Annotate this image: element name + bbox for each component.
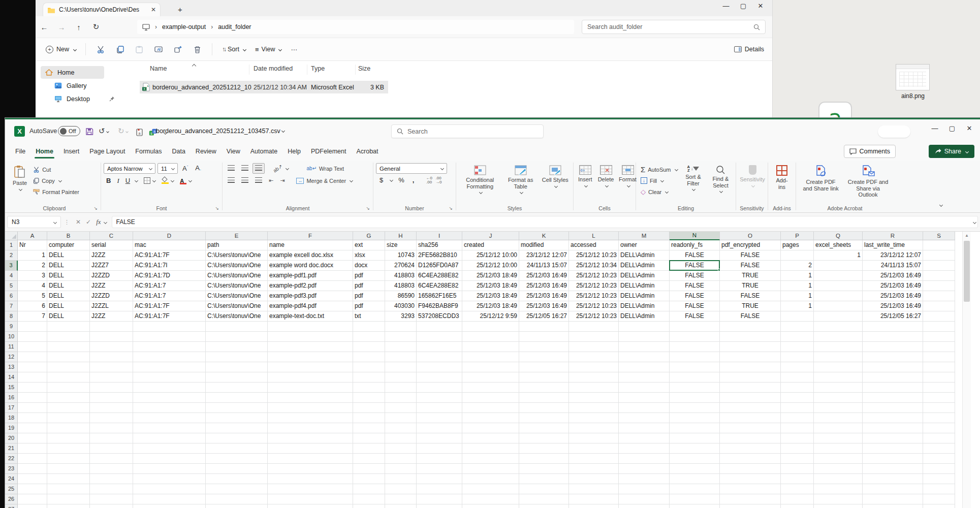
cell-F16[interactable] — [268, 393, 353, 403]
cell-G14[interactable] — [353, 372, 385, 383]
copy-button[interactable] — [110, 45, 130, 53]
row-header-17[interactable]: 17 — [5, 403, 18, 413]
cell-G5[interactable]: pdf — [353, 281, 385, 291]
cell-J17[interactable] — [462, 403, 519, 413]
cell-C18[interactable] — [90, 413, 133, 423]
cell-J24[interactable] — [462, 474, 519, 484]
row-header-14[interactable]: 14 — [5, 372, 18, 383]
cell-Q14[interactable] — [814, 372, 863, 383]
conditional-formatting-button[interactable]: Conditional Formatting — [459, 163, 501, 204]
cell-A12[interactable] — [18, 352, 47, 362]
cell-R23[interactable] — [863, 464, 923, 474]
cell-E16[interactable] — [206, 393, 268, 403]
cell-J3[interactable]: 25/12/12 10:00 — [462, 261, 519, 271]
cell-F24[interactable] — [268, 474, 353, 484]
cell-I26[interactable] — [417, 494, 462, 504]
cell-G1[interactable]: ext — [353, 240, 385, 250]
cell-Q27[interactable] — [814, 504, 863, 508]
cell-F3[interactable]: example word doc.docx — [268, 261, 353, 271]
cell-P25[interactable] — [781, 484, 814, 494]
cell-K9[interactable] — [519, 322, 569, 332]
cell-L15[interactable] — [569, 383, 619, 393]
column-header-D[interactable]: D — [133, 232, 206, 240]
cell-I7[interactable]: F9462BAB8F9 — [417, 301, 462, 311]
sort-filter-button[interactable]: AZ↓ Sort & Filter — [680, 163, 706, 204]
cell-D16[interactable] — [133, 393, 206, 403]
divider[interactable] — [307, 65, 307, 75]
cell-L14[interactable] — [569, 372, 619, 383]
cell-S16[interactable] — [923, 393, 955, 403]
cell-G22[interactable] — [353, 454, 385, 464]
details-toggle-button[interactable]: Details — [734, 46, 764, 53]
up-icon[interactable]: ↑ — [70, 23, 87, 31]
cell-E23[interactable] — [206, 464, 268, 474]
row-header-23[interactable]: 23 — [5, 464, 18, 474]
column-header-K[interactable]: K — [519, 232, 569, 240]
ribbon-tab-data[interactable]: Data — [167, 144, 190, 160]
cell-F18[interactable] — [268, 413, 353, 423]
cell-S5[interactable] — [923, 281, 955, 291]
cell-K24[interactable] — [519, 474, 569, 484]
column-header-C[interactable]: C — [90, 232, 133, 240]
font-color-button[interactable]: A — [180, 178, 186, 184]
cell-C12[interactable] — [90, 352, 133, 362]
cell-G10[interactable] — [353, 332, 385, 342]
cell-S2[interactable] — [923, 250, 955, 261]
cell-S6[interactable] — [923, 291, 955, 301]
addins-button[interactable]: Add-ins — [771, 163, 793, 204]
column-header-date[interactable]: Date modified — [254, 65, 293, 72]
sidebar-item-desktop[interactable]: Desktop — [50, 92, 119, 105]
cell-R26[interactable] — [863, 494, 923, 504]
cell-E14[interactable] — [206, 372, 268, 383]
cell-E4[interactable]: C:\Users\tonuv\One — [206, 271, 268, 281]
cell-S23[interactable] — [923, 464, 955, 474]
cell-G21[interactable] — [353, 443, 385, 454]
row-header-27[interactable]: 27 — [5, 504, 18, 508]
cell-S14[interactable] — [923, 372, 955, 383]
cell-N24[interactable] — [670, 474, 720, 484]
cell-P3[interactable]: 2 — [781, 261, 814, 271]
create-pdf-outlook-button[interactable]: Create PDF and Share via Outlook — [845, 163, 891, 204]
increase-font-button[interactable]: Aˆ — [180, 164, 191, 173]
breadcrumb[interactable]: › example-output › audit_folder — [137, 20, 574, 34]
cell-P26[interactable] — [781, 494, 814, 504]
cell-O9[interactable] — [720, 322, 781, 332]
cell-K20[interactable] — [519, 433, 569, 443]
row-header-8[interactable]: 8 — [5, 311, 18, 322]
cell-K5[interactable]: 25/12/03 16:49 — [519, 281, 569, 291]
column-header-A[interactable]: A — [18, 232, 47, 240]
orientation-button[interactable]: ab↗ — [272, 163, 283, 173]
cell-H23[interactable] — [385, 464, 417, 474]
explorer-minimize-button[interactable]: — — [717, 2, 735, 10]
cell-A16[interactable] — [18, 393, 47, 403]
cell-N22[interactable] — [670, 454, 720, 464]
cell-Q16[interactable] — [814, 393, 863, 403]
cell-E3[interactable]: C:\Users\tonuv\One — [206, 261, 268, 271]
cell-N8[interactable]: FALSE — [670, 311, 720, 322]
cell-J2[interactable]: 25/12/12 10:00 — [462, 250, 519, 261]
cell-K14[interactable] — [519, 372, 569, 383]
row-header-2[interactable]: 2 — [5, 250, 18, 261]
ribbon-tab-insert[interactable]: Insert — [58, 144, 84, 160]
cell-O23[interactable] — [720, 464, 781, 474]
cell-E18[interactable] — [206, 413, 268, 423]
cell-O17[interactable] — [720, 403, 781, 413]
row-header-7[interactable]: 7 — [5, 301, 18, 311]
refresh-icon[interactable]: ↻ — [87, 22, 105, 31]
cell-F23[interactable] — [268, 464, 353, 474]
cell-S7[interactable] — [923, 301, 955, 311]
cell-P5[interactable]: 1 — [781, 281, 814, 291]
cell-A7[interactable]: 6 — [18, 301, 47, 311]
cell-H16[interactable] — [385, 393, 417, 403]
cell-G17[interactable] — [353, 403, 385, 413]
cell-C25[interactable] — [90, 484, 133, 494]
cell-I19[interactable] — [417, 423, 462, 433]
cell-G18[interactable] — [353, 413, 385, 423]
cell-A4[interactable]: 3 — [18, 271, 47, 281]
cell-M19[interactable] — [619, 423, 670, 433]
cell-S9[interactable] — [923, 322, 955, 332]
cell-M13[interactable] — [619, 362, 670, 372]
collapse-ribbon-chevron[interactable] — [938, 202, 942, 208]
cell-P9[interactable] — [781, 322, 814, 332]
cell-D5[interactable]: AC:91:A1:7 — [133, 281, 206, 291]
